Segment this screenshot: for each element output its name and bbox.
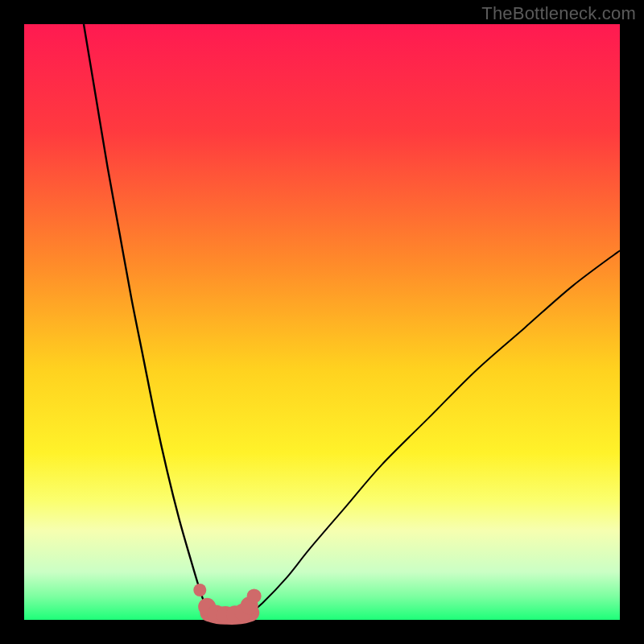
marker-dot xyxy=(193,584,206,597)
bottleneck-chart xyxy=(0,0,644,644)
marker-dot xyxy=(247,588,262,603)
chart-frame: TheBottleneck.com xyxy=(0,0,644,644)
